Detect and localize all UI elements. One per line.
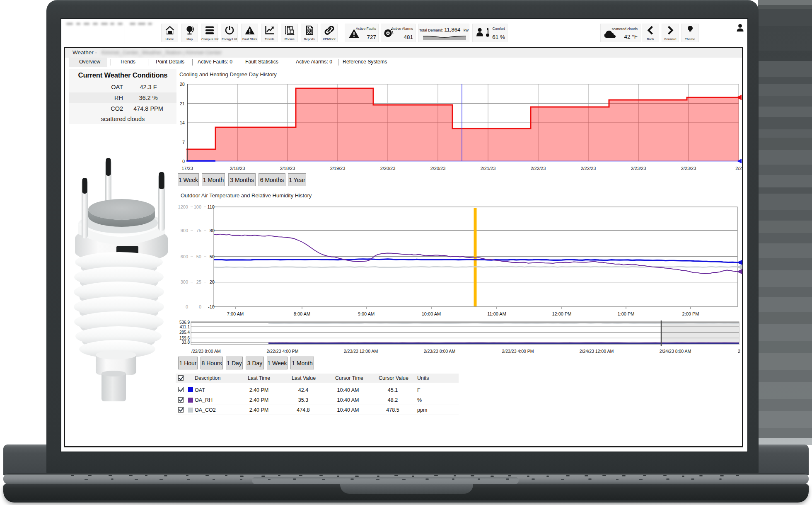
svg-text:0: 0 (186, 304, 188, 309)
svg-text:8:00 AM: 8:00 AM (294, 311, 310, 316)
svg-text:10:00 AM: 10:00 AM (422, 311, 441, 316)
svg-text:2/22/23: 2/22/23 (531, 166, 546, 171)
svg-text:1200: 1200 (178, 204, 188, 209)
svg-text:21: 21 (180, 101, 185, 106)
svg-text:0: 0 (199, 304, 201, 309)
svg-text:2/21/23: 2/21/23 (481, 166, 496, 171)
svg-text:-10: -10 (208, 304, 215, 309)
svg-text:7:00 AM: 7:00 AM (227, 311, 244, 316)
svg-text:12:00 PM: 12:00 PM (552, 311, 571, 316)
svg-text:411.1: 411.1 (180, 325, 190, 329)
svg-text:2/23/23 8:00 AM: 2/23/23 8:00 AM (424, 349, 455, 354)
svg-text:2/23/23 12:00 AM: 2/23/23 12:00 AM (344, 349, 378, 354)
svg-text:2/20/23: 2/20/23 (430, 166, 446, 171)
svg-text:900: 900 (181, 228, 188, 233)
svg-text:2/2: 2/2 (735, 166, 742, 171)
svg-text:536.9: 536.9 (179, 320, 190, 325)
svg-text:2/19/23: 2/19/23 (330, 166, 346, 171)
svg-text:0: 0 (182, 159, 185, 164)
svg-text:28: 28 (180, 82, 185, 87)
svg-text:2/24/23 8:00 AM: 2/24/23 8:00 AM (660, 349, 691, 354)
svg-text:2/24/23 12:00 AM: 2/24/23 12:00 AM (580, 349, 614, 354)
svg-text:2/23/23: 2/23/23 (681, 166, 696, 171)
svg-text:20: 20 (210, 279, 215, 284)
svg-text:11:00 AM: 11:00 AM (487, 311, 506, 316)
svg-text:14: 14 (180, 120, 185, 125)
svg-text:2/18/23: 2/18/23 (230, 166, 245, 171)
svg-text:75: 75 (196, 228, 201, 233)
svg-text:7: 7 (182, 140, 185, 145)
svg-text:110: 110 (207, 204, 215, 209)
svg-text:/22/23 8:00 AM: /22/23 8:00 AM (191, 349, 221, 354)
svg-text:300: 300 (181, 279, 188, 284)
svg-text:1:00 PM: 1:00 PM (618, 311, 635, 316)
svg-text:80: 80 (210, 228, 215, 233)
svg-text:100: 100 (194, 204, 201, 209)
svg-text:50: 50 (196, 254, 201, 259)
svg-text:2/20/23: 2/20/23 (380, 166, 396, 171)
svg-text:2:00 PM: 2:00 PM (682, 311, 699, 316)
svg-text:285.4: 285.4 (179, 330, 190, 335)
svg-text:2/22/23 4:00 PM: 2/22/23 4:00 PM (266, 349, 298, 354)
svg-text:33.8: 33.8 (182, 340, 190, 345)
svg-text:2/18/23: 2/18/23 (280, 166, 295, 171)
svg-text:9:00 AM: 9:00 AM (358, 311, 375, 316)
svg-text:2/23/23 4:00 PM: 2/23/23 4:00 PM (502, 349, 534, 354)
svg-text:600: 600 (181, 254, 188, 259)
svg-text:2: 2 (738, 349, 740, 354)
svg-text:159.6: 159.6 (179, 336, 190, 340)
svg-text:25: 25 (196, 279, 201, 284)
svg-text:2/23/23: 2/23/23 (631, 166, 646, 171)
svg-text:17/23: 17/23 (181, 166, 193, 171)
svg-text:2/22/23: 2/22/23 (581, 166, 596, 171)
svg-text:50: 50 (210, 254, 215, 259)
